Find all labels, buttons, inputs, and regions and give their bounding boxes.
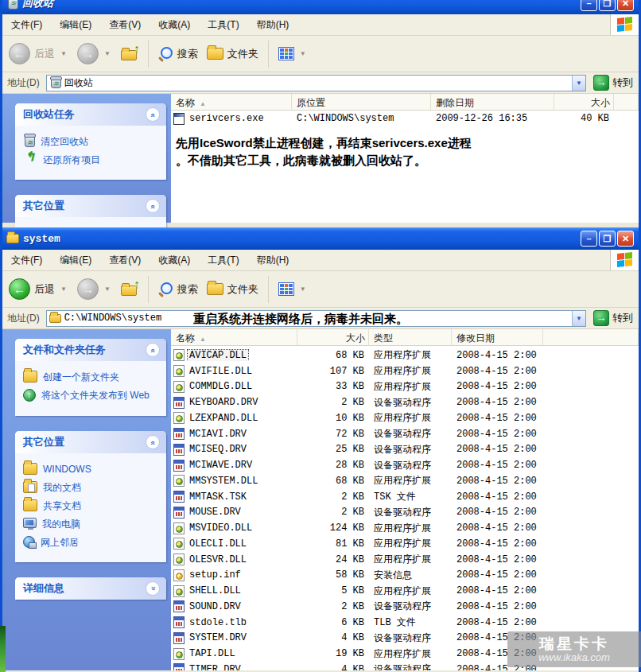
file-icon <box>173 663 185 670</box>
address-bar: 地址(D) 回收站 ▼ → 转到 <box>2 72 639 94</box>
menu-item[interactable]: 文件(F) <box>2 250 51 270</box>
table-row[interactable]: OLESVR.DLL 24 KB 应用程序扩展 2008-4-15 2:00 <box>171 552 639 568</box>
menu-item[interactable]: 工具(T) <box>199 250 247 270</box>
column-origin[interactable]: 原位置 <box>292 94 431 110</box>
menu-item[interactable]: 工具(T) <box>199 14 247 35</box>
table-row[interactable]: SHELL.DLL 5 KB 应用程序扩展 2008-4-15 2:00 <box>171 583 639 599</box>
sidebar-task-link[interactable]: 创建一个新文件夹 <box>23 371 161 383</box>
close-button[interactable]: ✕ <box>617 0 634 11</box>
back-button[interactable]: ← 后退▼ <box>6 41 72 66</box>
table-row[interactable]: stdole.tlb 6 KB TLB 文件 2008-4-15 2:00 <box>171 615 639 631</box>
menu-item[interactable]: 查看(V) <box>100 14 150 35</box>
collapse-chevron-icon[interactable]: « <box>146 343 160 357</box>
go-button[interactable]: → 转到 <box>590 75 636 91</box>
panel-header[interactable]: 详细信息 « <box>15 577 166 600</box>
table-row[interactable]: LZEXPAND.DLL 10 KB 应用程序扩展 2008-4-15 2:00 <box>171 410 639 426</box>
menu-item[interactable]: 收藏(A) <box>150 250 199 270</box>
sidebar-task-link[interactable]: WINDOWS <box>23 463 161 475</box>
views-button[interactable]: ▼ <box>275 45 311 62</box>
folders-button[interactable]: 文件夹 <box>204 45 262 63</box>
maximize-button[interactable]: ❐ <box>599 231 616 247</box>
table-row[interactable]: setup.inf 58 KB 安装信息 2008-4-15 2:00 <box>171 568 639 584</box>
search-button[interactable]: 搜索 <box>155 45 201 63</box>
table-row[interactable]: MCISEQ.DRV 25 KB 设备驱动程序 2008-4-15 2:00 <box>171 442 639 458</box>
menu-item[interactable]: 编辑(E) <box>51 250 100 270</box>
table-row[interactable]: MMSYSTEM.DLL 68 KB 应用程序扩展 2008-4-15 2:00 <box>171 473 639 489</box>
system-folder-window: system – ❐ ✕ 文件(F)编辑(E)查看(V)收藏(A)工具(T)帮助… <box>0 227 641 672</box>
column-deleted-date[interactable]: 删除日期 <box>431 94 554 110</box>
menu-item[interactable]: 帮助(H) <box>248 250 298 270</box>
search-button[interactable]: 搜索 <box>155 281 201 298</box>
task-icon <box>23 463 37 475</box>
up-button[interactable]: ↑ <box>118 45 142 62</box>
collapse-chevron-icon[interactable]: « <box>146 435 160 449</box>
table-row[interactable]: serivcers.exe C:\WINDOWS\system 2009-12-… <box>171 111 639 126</box>
titlebar[interactable]: 回收站 – ❐ ✕ <box>2 0 639 14</box>
titlebar[interactable]: system – ❐ ✕ <box>2 227 639 250</box>
sidebar-task-link[interactable]: 我的文档 <box>23 481 161 493</box>
up-button[interactable]: ↑ <box>118 281 142 297</box>
expand-chevron-icon[interactable]: « <box>146 581 160 596</box>
table-row[interactable]: SOUND.DRV 2 KB 设备驱动程序 2008-4-15 2:00 <box>171 599 639 615</box>
file-list: AVICAP.DLL 68 KB 应用程序扩展 2008-4-15 2:00 A… <box>171 346 639 670</box>
sidebar-task-link[interactable]: 清空回收站 <box>23 135 161 147</box>
column-size[interactable]: 大小 <box>554 94 614 110</box>
views-button[interactable]: ▼ <box>275 281 311 297</box>
table-row[interactable]: MCIAVI.DRV 72 KB 设备驱动程序 2008-4-15 2:00 <box>171 426 639 442</box>
collapse-chevron-icon[interactable]: « <box>146 199 160 213</box>
task-label: 共享文档 <box>43 499 81 511</box>
panel-header[interactable]: 回收站任务 « <box>15 103 166 126</box>
table-row[interactable]: MOUSE.DRV 2 KB 设备驱动程序 2008-4-15 2:00 <box>171 505 639 521</box>
minimize-button[interactable]: – <box>581 0 597 11</box>
recycle-bin-icon <box>51 78 61 88</box>
table-row[interactable]: COMMDLG.DLL 33 KB 应用程序扩展 2008-4-15 2:00 <box>171 379 639 395</box>
back-button[interactable]: ← 后退▼ <box>6 277 72 301</box>
table-row[interactable]: MCIWAVE.DRV 28 KB 设备驱动程序 2008-4-15 2:00 <box>171 457 639 473</box>
table-row[interactable]: KEYBOARD.DRV 2 KB 设备驱动程序 2008-4-15 2:00 <box>171 394 639 410</box>
address-input[interactable]: 回收站 ▼ <box>46 75 586 91</box>
go-arrow-icon: → <box>593 310 609 326</box>
panel-header[interactable]: 其它位置 « <box>15 195 166 217</box>
column-type[interactable]: 类型 <box>369 329 452 345</box>
address-dropdown[interactable]: ▼ <box>572 76 585 91</box>
folders-button[interactable]: 文件夹 <box>204 281 262 298</box>
menu-item[interactable]: 查看(V) <box>100 250 150 270</box>
menu-item[interactable]: 编辑(E) <box>51 14 100 35</box>
views-icon <box>278 47 294 60</box>
column-filler <box>543 329 639 345</box>
menu-item[interactable]: 收藏(A) <box>150 14 199 35</box>
file-list-area: 名称▲ 原位置 删除日期 大小 serivcers.exe C:\WINDOWS… <box>171 94 639 223</box>
file-icon <box>173 507 185 519</box>
minimize-button[interactable]: – <box>581 231 597 247</box>
sidebar-task-link[interactable]: 共享文档 <box>23 499 161 511</box>
menu-item[interactable]: 文件(F) <box>2 14 51 35</box>
task-icon <box>23 389 36 402</box>
column-size[interactable]: 大小 <box>297 329 369 345</box>
table-row[interactable]: AVICAP.DLL 68 KB 应用程序扩展 2008-4-15 2:00 <box>171 348 639 363</box>
maximize-button[interactable]: ❐ <box>599 0 616 11</box>
column-modified-date[interactable]: 修改日期 <box>452 329 543 345</box>
sidebar-task-link[interactable]: 还原所有项目 <box>23 153 161 165</box>
address-input[interactable]: C:\WINDOWS\system ▼ <box>46 310 586 327</box>
table-row[interactable]: OLECLI.DLL 81 KB 应用程序扩展 2008-4-15 2:00 <box>171 536 639 552</box>
views-icon <box>278 282 294 296</box>
collapse-chevron-icon[interactable]: « <box>146 107 160 122</box>
table-row[interactable]: AVIFILE.DLL 107 KB 应用程序扩展 2008-4-15 2:00 <box>171 363 639 379</box>
file-icon <box>173 113 185 125</box>
details-panel: 详细信息 « <box>15 577 166 600</box>
panel-header[interactable]: 其它位置 « <box>15 431 166 453</box>
sidebar-task-link[interactable]: 网上邻居 <box>23 536 161 548</box>
sidebar-task-link[interactable]: 我的电脑 <box>23 518 161 530</box>
column-name[interactable]: 名称▲ <box>171 94 292 110</box>
menu-item[interactable]: 帮助(H) <box>248 14 298 35</box>
go-button[interactable]: → 转到 <box>590 310 636 326</box>
close-button[interactable]: ✕ <box>617 231 634 247</box>
table-row[interactable]: MMTASK.TSK 2 KB TSK 文件 2008-4-15 2:00 <box>171 489 639 505</box>
sidebar-task-link[interactable]: 将这个文件夹发布到 Web <box>23 389 161 402</box>
forward-button[interactable]: →▼ <box>74 41 115 66</box>
panel-header[interactable]: 文件和文件夹任务 « <box>15 339 166 361</box>
table-row[interactable]: MSVIDEO.DLL 124 KB 应用程序扩展 2008-4-15 2:00 <box>171 520 639 536</box>
column-name[interactable]: 名称▲ <box>171 329 297 345</box>
address-dropdown[interactable]: ▼ <box>572 311 585 326</box>
forward-button[interactable]: →▼ <box>74 277 115 301</box>
